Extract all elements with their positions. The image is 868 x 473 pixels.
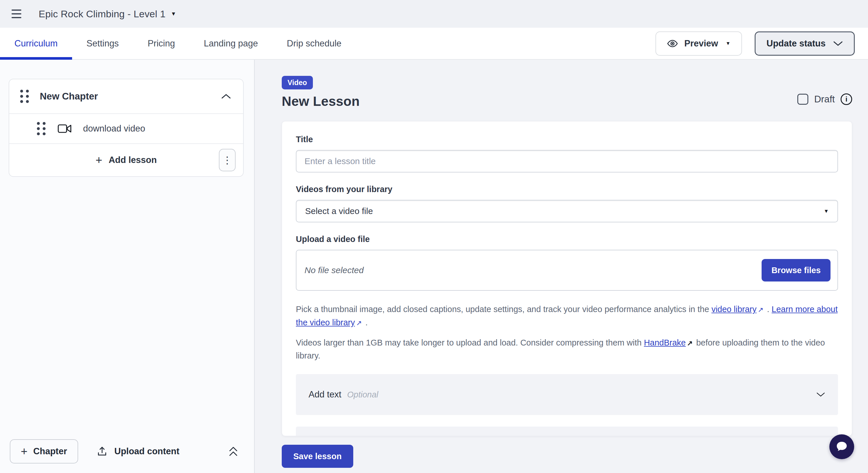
tab-curriculum[interactable]: Curriculum <box>0 28 72 59</box>
draft-group: Draft i <box>797 93 852 105</box>
top-bar: Epic Rock Climbing - Level 1 ▼ <box>0 0 868 28</box>
hamburger-menu-icon[interactable] <box>11 8 27 20</box>
chapter-kebab-menu-button[interactable]: ⋮ <box>219 149 236 171</box>
eye-icon <box>667 38 678 49</box>
chapter-card: New Chapter download video <box>9 79 244 177</box>
lesson-heading-group: Video New Lesson <box>282 76 360 109</box>
upload-field: Upload a video file No file selected Bro… <box>296 234 838 291</box>
title-field-label: Title <box>296 135 838 144</box>
select-caret-down-icon: ▼ <box>824 208 829 214</box>
drag-handle-icon[interactable] <box>37 122 45 135</box>
browse-files-button[interactable]: Browse files <box>762 259 831 282</box>
info-icon[interactable]: i <box>841 93 852 105</box>
add-chapter-button[interactable]: + Chapter <box>10 439 78 464</box>
help-text-part: . <box>363 318 368 327</box>
lesson-type-badge: Video <box>282 76 313 89</box>
update-status-label: Update status <box>767 38 826 49</box>
plus-icon: + <box>95 154 102 166</box>
add-chapter-label: Chapter <box>33 446 67 456</box>
video-file-select[interactable]: Select a video file ▼ <box>296 200 838 222</box>
draft-checkbox[interactable] <box>797 94 808 105</box>
help-text-part: Videos larger than 1GB may take longer t… <box>296 338 644 347</box>
upload-content-button[interactable]: Upload content <box>97 446 180 457</box>
update-status-button[interactable]: Update status <box>755 31 855 56</box>
lesson-heading: New Lesson <box>282 93 360 109</box>
add-text-accordion[interactable]: Add text Optional <box>296 374 838 415</box>
tab-actions: Preview ▼ Update status <box>655 28 855 59</box>
compression-help-text: Videos larger than 1GB may take longer t… <box>296 336 838 363</box>
chapter-title: New Chapter <box>40 91 98 102</box>
video-file-select-value: Select a video file <box>305 206 373 216</box>
tab-bar: Curriculum Settings Pricing Landing page… <box>0 28 868 60</box>
save-lesson-button[interactable]: Save lesson <box>282 445 353 468</box>
draft-label: Draft <box>814 94 835 105</box>
help-text-part: . <box>765 305 772 314</box>
course-caret-down-icon[interactable]: ▼ <box>171 11 176 17</box>
lesson-form-card: Title Videos from your library Select a … <box>282 121 852 436</box>
lesson-hero: Video New Lesson Draft i <box>282 76 852 109</box>
upload-field-label: Upload a video file <box>296 234 838 244</box>
kebab-icon: ⋮ <box>222 154 232 166</box>
video-camera-icon <box>58 124 71 133</box>
drag-handle-icon[interactable] <box>20 90 29 103</box>
lesson-list-item[interactable]: download video <box>9 114 243 143</box>
video-library-label: Videos from your library <box>296 185 838 194</box>
content-area: New Chapter download video <box>0 60 868 473</box>
tab-drip-schedule[interactable]: Drip schedule <box>273 28 356 59</box>
tab-landing-page[interactable]: Landing page <box>189 28 273 59</box>
file-upload-box[interactable]: No file selected Browse files <box>296 250 838 291</box>
lesson-label: download video <box>83 123 145 134</box>
add-lesson-label: Add lesson <box>109 155 157 165</box>
upload-icon <box>97 446 107 457</box>
sidebar-footer: + Chapter Upload content <box>0 430 254 473</box>
external-link-icon: ↗ <box>686 338 694 349</box>
plus-icon: + <box>21 446 27 457</box>
video-library-field: Videos from your library Select a video … <box>296 185 838 222</box>
video-library-link[interactable]: video library <box>711 305 756 314</box>
preview-caret-down-icon: ▼ <box>725 41 731 46</box>
add-text-optional-label: Optional <box>347 390 378 400</box>
preview-button[interactable]: Preview ▼ <box>655 31 742 56</box>
chevron-down-icon <box>816 392 825 397</box>
external-link-icon: ↗ <box>355 318 363 328</box>
chat-widget-button[interactable] <box>829 434 854 459</box>
collapse-all-double-chevron-up-icon[interactable] <box>227 445 239 458</box>
handbrake-link[interactable]: HandBrake <box>644 338 686 347</box>
chat-bubble-icon <box>835 440 848 453</box>
no-file-text: No file selected <box>305 265 364 275</box>
add-lesson-row: + Add lesson ⋮ <box>9 144 243 176</box>
lesson-editor-main: Video New Lesson Draft i Title Videos fr… <box>255 60 868 473</box>
course-builder-page: Epic Rock Climbing - Level 1 ▼ Curriculu… <box>0 0 868 473</box>
curriculum-sidebar: New Chapter download video <box>0 60 255 473</box>
add-text-label: Add text <box>309 389 341 400</box>
chevron-down-icon <box>833 41 843 46</box>
course-title[interactable]: Epic Rock Climbing - Level 1 <box>39 8 165 20</box>
upload-content-label: Upload content <box>115 446 180 456</box>
external-link-icon: ↗ <box>756 304 765 315</box>
title-field: Title <box>296 135 838 172</box>
add-lesson-button[interactable]: + Add lesson <box>95 154 157 166</box>
tab-pricing[interactable]: Pricing <box>133 28 189 59</box>
help-text-part: Pick a thumbnail image, add closed capti… <box>296 305 711 314</box>
preview-label: Preview <box>684 38 718 49</box>
lesson-title-input[interactable] <box>296 150 838 172</box>
chapter-header[interactable]: New Chapter <box>9 79 243 113</box>
add-downloads-accordion[interactable]: Add downloads Optional <box>296 427 838 436</box>
tab-settings[interactable]: Settings <box>72 28 133 59</box>
chapter-collapse-chevron-up-icon[interactable] <box>221 93 231 99</box>
video-library-help-text: Pick a thumbnail image, add closed capti… <box>296 303 838 329</box>
